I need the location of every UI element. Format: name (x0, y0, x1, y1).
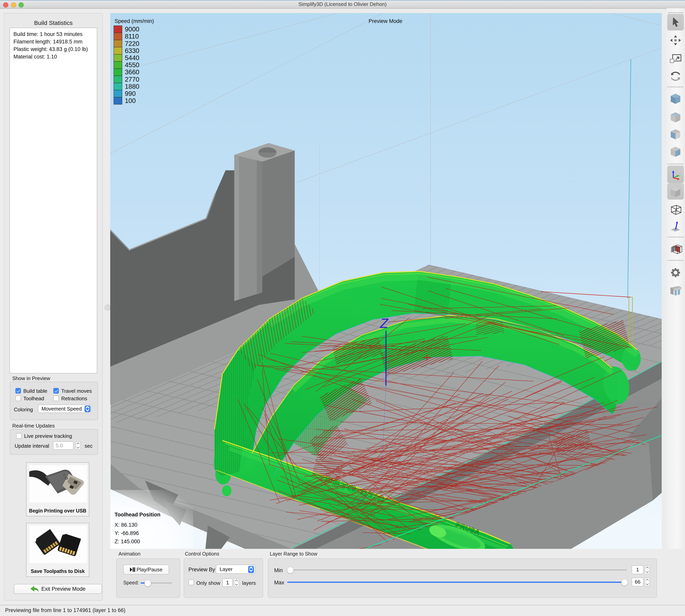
svg-text:3660: 3660 (125, 68, 139, 76)
svg-text:100: 100 (125, 97, 136, 104)
svg-text:Z: 145.000: Z: 145.000 (115, 538, 140, 545)
svg-text:Y: -66.896: Y: -66.896 (115, 530, 139, 536)
svg-text:Toolhead Position: Toolhead Position (115, 512, 160, 518)
svg-text:8110: 8110 (125, 32, 139, 40)
svg-text:990: 990 (125, 90, 136, 97)
svg-text:2770: 2770 (125, 76, 139, 83)
svg-text:X: 86.130: X: 86.130 (115, 522, 137, 528)
svg-text:6330: 6330 (125, 47, 139, 54)
svg-text:9000: 9000 (125, 25, 139, 33)
svg-text:Z: Z (380, 316, 389, 331)
svg-text:7220: 7220 (125, 40, 139, 47)
svg-text:Preview Mode: Preview Mode (369, 18, 402, 24)
svg-text:5440: 5440 (125, 54, 139, 62)
svg-text:1880: 1880 (125, 83, 139, 90)
svg-text:Speed (mm/min): Speed (mm/min) (115, 18, 154, 24)
svg-text:4550: 4550 (125, 61, 139, 69)
